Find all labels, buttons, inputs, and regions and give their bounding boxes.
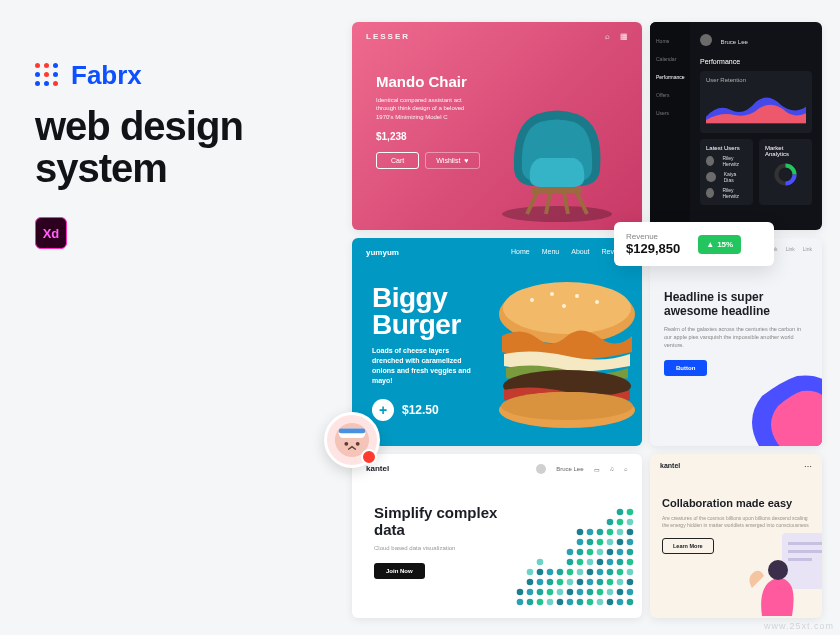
add-button[interactable]: + [372, 399, 394, 421]
svg-point-41 [567, 589, 574, 596]
svg-point-32 [547, 599, 554, 606]
svg-rect-2 [339, 429, 366, 434]
revenue-card: Revenue $129,850 ▲ 15% [614, 222, 774, 266]
cart-button[interactable]: Cart [376, 152, 419, 169]
svg-point-59 [597, 529, 604, 536]
revenue-label: Revenue [626, 232, 680, 241]
svg-point-93 [627, 579, 634, 586]
svg-point-30 [547, 579, 554, 586]
burger-sub: Loads of cheese layers drenched with car… [352, 346, 472, 385]
svg-point-66 [597, 599, 604, 606]
blob-illustration [742, 366, 822, 446]
svg-point-9 [503, 282, 631, 334]
svg-point-0 [335, 423, 369, 457]
svg-point-28 [537, 599, 544, 606]
svg-point-65 [597, 589, 604, 596]
svg-point-39 [567, 569, 574, 576]
xd-badge-icon: Xd [35, 217, 67, 249]
sidebar-item[interactable]: Calendar [650, 50, 690, 68]
svg-point-26 [537, 579, 544, 586]
collab-illustration [742, 528, 822, 618]
svg-point-64 [597, 579, 604, 586]
tab-link[interactable]: Link [786, 246, 795, 252]
svg-point-38 [567, 559, 574, 566]
svg-point-36 [557, 599, 564, 606]
svg-point-18 [517, 589, 524, 596]
svg-point-43 [577, 529, 584, 536]
join-button[interactable]: Join Now [374, 563, 425, 579]
svg-point-20 [527, 569, 534, 576]
svg-point-91 [627, 559, 634, 566]
svg-point-33 [557, 569, 564, 576]
svg-point-25 [537, 569, 544, 576]
svg-point-63 [597, 569, 604, 576]
sidebar-item[interactable]: Users [650, 104, 690, 122]
svg-point-53 [587, 549, 594, 556]
svg-point-52 [587, 539, 594, 546]
headline-button[interactable]: Button [664, 360, 707, 376]
svg-rect-97 [788, 542, 822, 545]
svg-point-76 [617, 509, 624, 516]
nav-link[interactable]: Menu [542, 248, 560, 257]
brand-kantel: kantel [366, 464, 389, 474]
svg-point-13 [595, 300, 599, 304]
search-icon[interactable]: ⌕ [605, 32, 610, 41]
chair-image [482, 74, 632, 224]
svg-point-42 [567, 599, 574, 606]
svg-point-51 [587, 529, 594, 536]
svg-point-17 [501, 392, 633, 420]
wishlist-button[interactable]: Wishlist ♥ [425, 152, 479, 169]
brand-kantel: kantel [660, 462, 680, 471]
svg-point-61 [597, 549, 604, 556]
nav-link[interactable]: About [571, 248, 589, 257]
brand-name: Fabrx [71, 60, 142, 91]
user-row: Riley Herwitz [706, 155, 747, 167]
svg-point-21 [527, 579, 534, 586]
svg-rect-98 [788, 550, 822, 553]
learn-more-button[interactable]: Learn More [662, 538, 714, 554]
calendar-icon[interactable]: ▭ [594, 466, 600, 473]
user-row: Riley Herwitz [706, 187, 747, 199]
svg-point-58 [587, 599, 594, 606]
svg-point-85 [617, 599, 624, 606]
svg-point-12 [575, 294, 579, 298]
brand-yumyum: yumyum [366, 248, 399, 257]
svg-point-71 [607, 559, 614, 566]
hero-block: Fabrx web design system Xd [35, 60, 315, 249]
cards-mosaic: Revenue $129,850 ▲ 15% LESSER ⌕ ▦ Ma [352, 22, 822, 618]
burger-image [482, 278, 642, 438]
sidebar-item[interactable]: Home [650, 32, 690, 50]
headline-title: Headline is super awesome headline [664, 290, 808, 319]
sidebar-item[interactable]: Offers [650, 86, 690, 104]
svg-point-100 [768, 560, 788, 580]
sidebar-item[interactable]: Performance [650, 68, 690, 86]
headline-sub: Realm of the galaxies across the centuri… [664, 325, 808, 350]
svg-point-68 [607, 529, 614, 536]
svg-point-14 [562, 304, 566, 308]
user-name: Bruce Lee [556, 466, 583, 472]
menu-icon[interactable]: ⋯ [804, 462, 812, 471]
svg-point-45 [577, 549, 584, 556]
nav-link[interactable]: Home [511, 248, 530, 257]
revenue-pct-badge: ▲ 15% [698, 235, 741, 254]
burger-price: $12.50 [402, 403, 439, 417]
hero-tagline: web design system [35, 105, 315, 189]
tab-link[interactable]: Link [803, 246, 812, 252]
svg-point-94 [627, 589, 634, 596]
card-headline: Link Link Link Link Link Headline is sup… [650, 238, 822, 446]
bell-icon[interactable]: ♫ [610, 466, 615, 472]
svg-point-49 [577, 589, 584, 596]
svg-point-50 [577, 599, 584, 606]
market-label: Market Analytics [765, 145, 806, 157]
card-product: LESSER ⌕ ▦ Mando Chair Identical compare… [352, 22, 642, 230]
svg-point-3 [344, 442, 348, 446]
svg-point-72 [607, 569, 614, 576]
search-icon[interactable]: ⌕ [624, 466, 628, 472]
brand-row: Fabrx [35, 60, 315, 91]
simplify-title: Simplify complex data [374, 504, 502, 539]
svg-point-44 [577, 539, 584, 546]
grid-icon[interactable]: ▦ [620, 32, 628, 41]
svg-point-90 [627, 549, 634, 556]
svg-point-46 [577, 559, 584, 566]
card-simplify: kantel Bruce Lee ▭ ♫ ⌕ Simplify complex … [352, 454, 642, 618]
